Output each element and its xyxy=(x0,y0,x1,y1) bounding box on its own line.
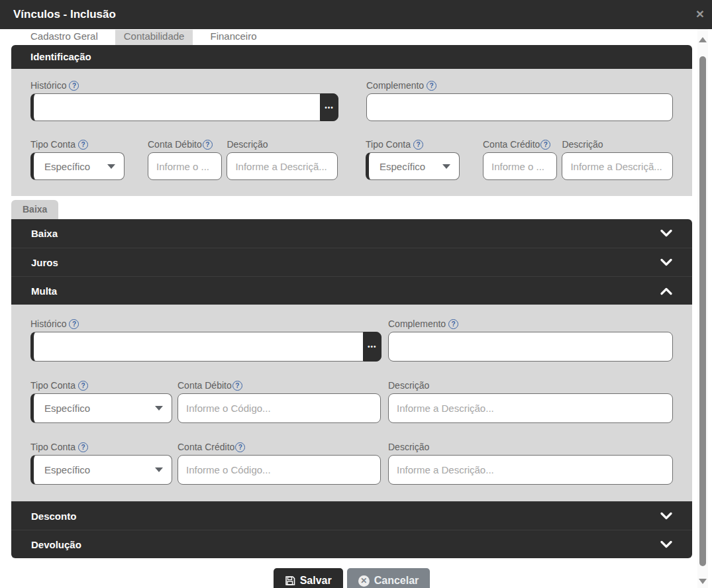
modal-titlebar: Vínculos - Inclusão × xyxy=(0,0,712,29)
accordion-header-desconto[interactable]: Desconto xyxy=(11,501,692,530)
tipo-conta-selected: Específico xyxy=(44,161,107,172)
conta-debito-label: Conta Débito xyxy=(148,139,202,150)
multa-descricao-credito-input[interactable] xyxy=(388,455,673,485)
cancel-x-icon: ✕ xyxy=(358,575,370,587)
help-icon[interactable]: ? xyxy=(235,442,245,452)
scrollbar-thumb[interactable] xyxy=(699,56,706,566)
multa-conta-debito-input[interactable] xyxy=(178,393,381,423)
tipo-conta-selected: Específico xyxy=(44,403,155,414)
multa-panel: Histórico ? ••• Complemento ? xyxy=(11,305,692,501)
help-icon[interactable]: ? xyxy=(413,140,423,150)
historico-label: Histórico xyxy=(30,318,66,329)
tipo-conta-label: Tipo Conta xyxy=(30,380,76,391)
close-icon[interactable]: × xyxy=(696,7,704,21)
accordion-header-juros[interactable]: Juros xyxy=(11,248,692,276)
conta-debito-label: Conta Débito xyxy=(178,380,232,391)
descricao-label: Descrição xyxy=(388,380,429,391)
chevron-down-icon xyxy=(660,540,672,549)
scroll-up-arrow-icon[interactable] xyxy=(699,37,707,42)
multa-descricao-debito-input[interactable] xyxy=(388,393,673,423)
help-icon[interactable]: ? xyxy=(69,81,79,91)
help-icon[interactable]: ? xyxy=(69,319,79,329)
help-icon[interactable]: ? xyxy=(78,442,88,452)
tipo-conta-selected: Específico xyxy=(380,161,442,172)
identificacao-header: Identificação xyxy=(11,45,692,69)
modal-title: Vínculos - Inclusão xyxy=(0,8,116,21)
descricao-label: Descrição xyxy=(227,139,268,150)
chevron-up-icon xyxy=(660,287,672,295)
help-icon[interactable]: ? xyxy=(427,81,436,91)
complemento-input[interactable] xyxy=(366,93,673,121)
save-icon xyxy=(285,575,295,586)
tipo-conta-label: Tipo Conta xyxy=(30,139,76,150)
help-icon[interactable]: ? xyxy=(78,381,88,391)
tab-cadastro-geral[interactable]: Cadastro Geral xyxy=(22,30,107,45)
vertical-scrollbar[interactable] xyxy=(697,29,708,588)
tipo-conta-label: Tipo Conta xyxy=(30,442,76,452)
identificacao-body: Histórico ? ••• Complemento ? Tipo Co xyxy=(11,69,692,196)
conta-credito-input[interactable] xyxy=(483,152,557,180)
accordion: Baixa Juros Multa Histórico ? xyxy=(11,219,692,558)
descricao-label: Descrição xyxy=(388,442,429,452)
multa-conta-credito-input[interactable] xyxy=(178,455,381,485)
help-icon[interactable]: ? xyxy=(203,140,213,150)
cancel-button[interactable]: ✕ Cancelar xyxy=(347,568,431,588)
chevron-down-icon xyxy=(442,164,450,169)
lookup-ellipsis-button[interactable]: ••• xyxy=(320,93,338,121)
footer: Salvar ✕ Cancelar xyxy=(11,558,692,588)
chevron-down-icon xyxy=(660,512,672,520)
accordion-header-multa[interactable]: Multa xyxy=(11,276,692,305)
accordion-header-baixa[interactable]: Baixa xyxy=(11,219,692,248)
chevron-down-icon xyxy=(107,164,115,169)
descricao-debito-input[interactable] xyxy=(227,152,338,180)
conta-credito-label: Conta Crédito xyxy=(178,442,234,452)
complemento-label: Complemento xyxy=(388,318,446,329)
help-icon[interactable]: ? xyxy=(232,381,242,391)
complemento-label: Complemento xyxy=(366,80,424,91)
tab-financeiro[interactable]: Financeiro xyxy=(201,30,265,45)
tipo-conta-debito-select[interactable]: Específico xyxy=(30,152,125,180)
descricao-credito-input[interactable] xyxy=(562,152,673,180)
scroll-down-arrow-icon[interactable] xyxy=(699,579,707,584)
help-icon[interactable]: ? xyxy=(78,140,88,150)
accordion-header-devolucao[interactable]: Devolução xyxy=(11,530,692,558)
multa-historico-input[interactable] xyxy=(30,332,363,362)
lookup-ellipsis-button[interactable]: ••• xyxy=(363,332,381,362)
help-icon[interactable]: ? xyxy=(448,319,458,329)
descricao-label: Descrição xyxy=(562,139,603,150)
save-button[interactable]: Salvar xyxy=(274,568,343,588)
conta-debito-input[interactable] xyxy=(148,152,222,180)
historico-label: Histórico xyxy=(30,80,66,91)
tipo-conta-label: Tipo Conta xyxy=(366,139,411,150)
conta-credito-label: Conta Crédito xyxy=(483,139,540,150)
multa-tipo-conta-credito-select[interactable]: Específico xyxy=(30,455,172,485)
chevron-down-icon xyxy=(155,467,163,472)
chevron-down-icon xyxy=(155,406,163,411)
chevron-down-icon xyxy=(660,229,672,238)
tab-baixa[interactable]: Baixa xyxy=(11,200,58,219)
multa-complemento-input[interactable] xyxy=(388,332,673,362)
multa-tipo-conta-debito-select[interactable]: Específico xyxy=(30,393,172,423)
tipo-conta-selected: Específico xyxy=(44,464,155,475)
tab-contabilidade[interactable]: Contabilidade xyxy=(115,30,193,45)
tipo-conta-credito-select[interactable]: Específico xyxy=(366,152,460,180)
tabstrip: Cadastro Geral Contabilidade Financeiro xyxy=(22,30,712,45)
chevron-down-icon xyxy=(660,258,672,267)
help-icon[interactable]: ? xyxy=(540,140,550,150)
historico-input[interactable] xyxy=(30,93,320,121)
